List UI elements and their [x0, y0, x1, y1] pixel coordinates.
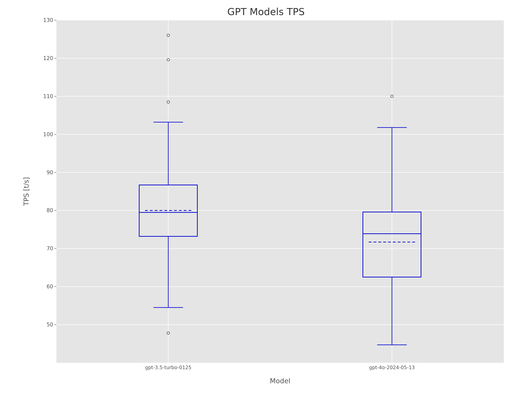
- x-tick-label: gpt-4o-2024-05-13: [369, 365, 415, 370]
- figure: GPT Models TPS TPS [t/s] Model 506070809…: [0, 0, 532, 399]
- y-tick-label: 110: [43, 93, 53, 99]
- y-tick-label: 50: [47, 322, 53, 328]
- y-tick-label: 100: [43, 131, 53, 137]
- x-tick-label: gpt-3.5-turbo-0125: [145, 365, 191, 370]
- y-tick-label: 70: [47, 246, 53, 252]
- y-tick-mark: [54, 20, 57, 20]
- plot-area: [57, 20, 504, 363]
- y-tick-mark: [54, 96, 57, 96]
- y-tick-mark: [54, 324, 57, 325]
- y-tick-mark: [54, 248, 57, 249]
- y-tick-label: 120: [43, 55, 53, 61]
- y-tick-label: 80: [47, 207, 53, 213]
- y-tick-mark: [54, 172, 57, 173]
- plot-svg: [57, 20, 504, 363]
- y-tick-label: 60: [47, 284, 53, 290]
- y-axis-label: TPS [t/s]: [22, 177, 30, 206]
- y-tick-mark: [54, 210, 57, 211]
- y-tick-label: 90: [47, 170, 53, 176]
- y-tick-mark: [54, 134, 57, 135]
- chart-title: GPT Models TPS: [0, 6, 532, 17]
- y-tick-label: 130: [43, 17, 53, 23]
- y-tick-mark: [54, 286, 57, 287]
- y-tick-mark: [54, 58, 57, 58]
- x-axis-label: Model: [57, 377, 504, 385]
